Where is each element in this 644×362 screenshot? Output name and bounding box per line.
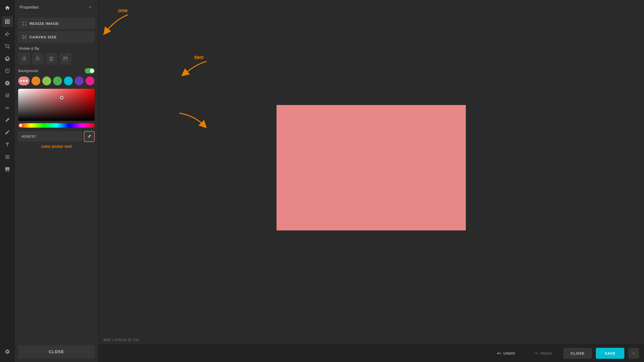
effects-icon[interactable] — [2, 78, 13, 89]
scissors-icon[interactable] — [2, 53, 13, 64]
undo-button[interactable]: UNDO — [490, 348, 522, 359]
panel-header: Properties × — [15, 0, 98, 15]
crop-icon[interactable] — [2, 41, 13, 52]
background-toggle[interactable] — [85, 68, 95, 74]
panel-bottom: CLOSE — [15, 341, 98, 362]
hue-slider[interactable] — [18, 123, 95, 128]
filter-icon[interactable] — [2, 90, 13, 101]
home-icon[interactable] — [2, 3, 13, 13]
properties-panel: Properties × RESIZE IMAGE CANVAS SIZE — [15, 0, 98, 362]
hex-input[interactable] — [18, 132, 82, 141]
main-area: one two — [98, 0, 644, 362]
undo-label: UNDO — [504, 351, 515, 355]
left-toolbar — [0, 0, 15, 362]
save-button[interactable]: SAVE — [596, 348, 624, 359]
flip-horizontal-button[interactable] — [46, 53, 58, 65]
pencil-icon[interactable] — [2, 127, 13, 138]
move-icon[interactable] — [2, 29, 13, 39]
canvas-size-label: CANVAS SIZE — [30, 35, 57, 39]
color-picker-label: color picker tool — [18, 144, 95, 149]
canvas-preview — [276, 105, 466, 230]
settings-icon[interactable] — [2, 346, 13, 357]
rotate-controls — [18, 53, 95, 65]
color-input-row — [18, 131, 95, 142]
eyedropper-button[interactable] — [84, 131, 95, 142]
swatch-lime[interactable] — [42, 77, 51, 85]
resize-image-button[interactable]: RESIZE IMAGE — [18, 18, 95, 29]
resize-image-icon — [22, 21, 26, 26]
flip-vertical-button[interactable] — [60, 53, 71, 65]
panel-title: Properties — [20, 5, 38, 10]
canvas-container — [98, 0, 644, 335]
save-label: SAVE — [605, 351, 616, 355]
canvas-size-icon — [22, 35, 26, 39]
canvas-icon[interactable] — [2, 16, 13, 27]
redo-button[interactable]: REDO — [526, 348, 559, 359]
status-bar: 4050 x 2700 px @ 17% — [98, 335, 644, 344]
canvas-status-text: 4050 x 2700 px @ 17% — [103, 338, 139, 342]
background-title: Background — [18, 69, 38, 73]
panel-content: RESIZE IMAGE CANVAS SIZE Rotate & flip — [15, 15, 98, 341]
bottom-toolbar: UNDO REDO CLOSE SAVE — [98, 344, 644, 362]
eyedropper-tool-icon[interactable] — [2, 115, 13, 125]
panel-close-button[interactable]: × — [87, 4, 93, 11]
close-main-label: CLOSE — [571, 351, 585, 355]
redo-label: REDO — [540, 351, 552, 355]
rotate-right-button[interactable] — [32, 53, 44, 65]
adjustments-icon[interactable] — [2, 65, 13, 76]
close-main-button[interactable]: CLOSE — [564, 348, 592, 359]
image-icon[interactable] — [2, 164, 13, 175]
swatch-cyan[interactable] — [64, 77, 73, 85]
color-picker-handle — [60, 96, 64, 99]
waves-icon[interactable] — [2, 102, 13, 113]
text-icon[interactable] — [2, 139, 13, 150]
canvas-size-button[interactable]: CANVAS SIZE — [18, 31, 95, 43]
background-header: Background — [18, 68, 95, 74]
swatch-multi[interactable] — [18, 77, 30, 85]
color-picker-gradient[interactable] — [18, 89, 95, 121]
background-section: Background — [18, 68, 95, 149]
rotate-left-button[interactable] — [18, 53, 30, 65]
expand-button[interactable] — [628, 348, 639, 359]
panel-close-btn[interactable]: CLOSE — [18, 345, 95, 358]
texture-icon[interactable] — [2, 152, 13, 162]
color-swatches — [18, 77, 95, 85]
swatch-violet[interactable] — [75, 77, 84, 85]
rotate-flip-title: Rotate & flip — [19, 46, 95, 51]
resize-image-label: RESIZE IMAGE — [30, 22, 59, 26]
svg-rect-0 — [24, 36, 25, 38]
swatch-green[interactable] — [53, 77, 62, 85]
hue-slider-handle — [19, 124, 22, 127]
swatch-pink[interactable] — [86, 77, 94, 85]
swatch-orange[interactable] — [32, 77, 40, 85]
